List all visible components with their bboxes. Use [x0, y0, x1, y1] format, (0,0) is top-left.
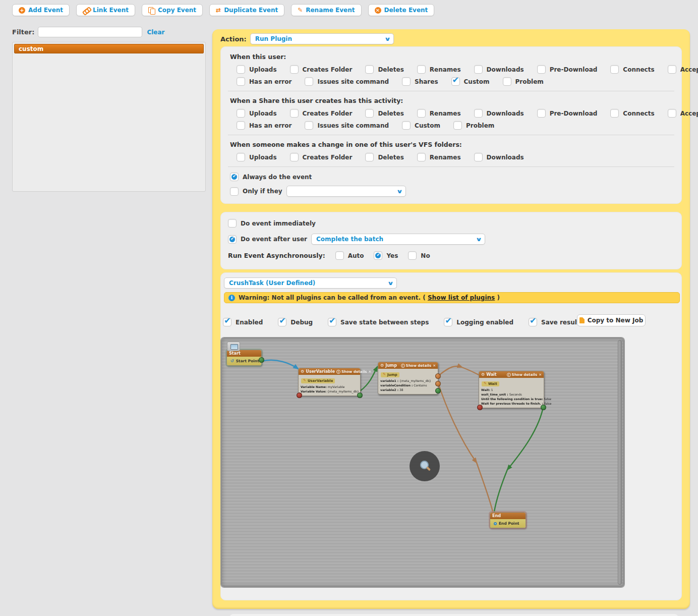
unchecked-checkbox-icon[interactable]: [305, 77, 313, 86]
event-list-item-custom[interactable]: custom: [14, 44, 204, 53]
unchecked-checkbox-icon[interactable]: [417, 65, 426, 74]
show-details-link[interactable]: iShow details: [336, 370, 367, 374]
checkbox-trigger2-renames[interactable]: Renames: [417, 109, 461, 118]
checkbox-trigger1-pre-download[interactable]: Pre-Download: [537, 65, 598, 74]
checkbox-trigger1-problem[interactable]: Problem: [503, 77, 544, 86]
link-event-button[interactable]: Link Event: [76, 4, 135, 16]
flow-node-start[interactable]: Start↺Start Point: [226, 350, 262, 366]
unchecked-checkbox-icon[interactable]: [365, 65, 374, 74]
checkbox-trigger3-creates-folder[interactable]: Creates Folder: [290, 153, 353, 161]
unchecked-checkbox-icon[interactable]: [408, 251, 417, 260]
checkbox-plugin-enabled[interactable]: Enabled: [223, 318, 263, 326]
checkbox-trigger2-downloads[interactable]: Downloads: [474, 109, 524, 118]
checked-checkbox-icon[interactable]: [529, 318, 537, 326]
zoom-magnifier-control[interactable]: [410, 451, 440, 481]
unchecked-checkbox-icon[interactable]: [610, 65, 619, 74]
unchecked-checkbox-icon[interactable]: [237, 121, 245, 130]
clear-filter-link[interactable]: Clear: [147, 29, 164, 36]
close-icon[interactable]: ✕: [433, 364, 436, 368]
event-list[interactable]: custom: [12, 42, 206, 192]
unchecked-checkbox-icon[interactable]: [474, 109, 483, 118]
unchecked-checkbox-icon[interactable]: [305, 121, 313, 130]
close-icon[interactable]: ✕: [368, 370, 371, 374]
flow-canvas[interactable]: Start↺Start Point⚙UserVariableiShow deta…: [221, 338, 624, 587]
green-port[interactable]: [259, 357, 264, 363]
checkbox-trigger2-pre-download[interactable]: Pre-Download: [537, 109, 598, 118]
checkbox-trigger2-connects[interactable]: Connects: [610, 109, 654, 118]
unchecked-checkbox-icon[interactable]: [335, 251, 344, 260]
checkbox-trigger1-renames[interactable]: Renames: [417, 65, 461, 74]
duplicate-event-button[interactable]: ⇄Duplicate Event: [209, 4, 284, 16]
unchecked-checkbox-icon[interactable]: [290, 109, 299, 118]
checkbox-trigger1-connects[interactable]: Connects: [610, 65, 654, 74]
unchecked-checkbox-icon[interactable]: [537, 65, 546, 74]
do-event-immediately-checkbox[interactable]: [228, 219, 237, 228]
node-type-badge[interactable]: ✎UserVariable: [301, 378, 335, 383]
green-port[interactable]: [357, 393, 363, 398]
checked-checkbox-icon[interactable]: [374, 251, 382, 260]
orange-port[interactable]: [435, 373, 441, 379]
flow-node-uservariable[interactable]: ⚙UserVariableiShow details✕✎UserVariable…: [298, 368, 361, 396]
only-if-checkbox[interactable]: [230, 187, 239, 196]
checkbox-trigger1-issues-site-command[interactable]: Issues site command: [305, 77, 389, 86]
checkbox-trigger2-has-an-error[interactable]: Has an error: [237, 121, 292, 130]
checked-checkbox-icon[interactable]: [278, 318, 286, 326]
checkbox-trigger1-shares[interactable]: Shares: [402, 77, 438, 86]
node-type-badge[interactable]: ✎Jump: [381, 372, 399, 377]
copy-event-button[interactable]: Copy Event: [142, 4, 203, 16]
unchecked-checkbox-icon[interactable]: [237, 153, 245, 161]
show-plugin-list-link[interactable]: Show list of plugins: [428, 294, 495, 301]
checkbox-trigger3-downloads[interactable]: Downloads: [474, 153, 524, 161]
red-port[interactable]: [477, 405, 483, 410]
unchecked-checkbox-icon[interactable]: [417, 109, 426, 118]
green-port[interactable]: [541, 405, 546, 410]
copy-to-new-job-button[interactable]: Copy to New Job: [577, 314, 646, 326]
unchecked-checkbox-icon[interactable]: [453, 121, 462, 130]
unchecked-checkbox-icon[interactable]: [417, 153, 426, 161]
checked-checkbox-icon[interactable]: [328, 318, 336, 326]
checkbox-trigger1-creates-folder[interactable]: Creates Folder: [290, 65, 353, 74]
checkbox-trigger2-problem[interactable]: Problem: [453, 121, 494, 130]
node-type-badge[interactable]: ✎Wait: [482, 381, 499, 386]
close-icon[interactable]: ✕: [539, 373, 542, 377]
checkbox-trigger1-deletes[interactable]: Deletes: [365, 65, 403, 74]
orange-port[interactable]: [435, 381, 441, 386]
action-select[interactable]: Run Plugin ∨: [250, 33, 394, 44]
unchecked-checkbox-icon[interactable]: [402, 77, 411, 86]
checked-checkbox-icon[interactable]: [444, 318, 452, 326]
plugin-select[interactable]: CrushTask (User Defined) ∨: [224, 277, 397, 289]
unchecked-checkbox-icon[interactable]: [474, 153, 483, 161]
checkbox-async-no[interactable]: No: [408, 251, 430, 260]
flow-node-end[interactable]: EndEnd Point: [490, 512, 526, 528]
unchecked-checkbox-icon[interactable]: [290, 65, 299, 74]
unchecked-checkbox-icon[interactable]: [402, 121, 411, 130]
checkbox-async-yes[interactable]: Yes: [374, 251, 398, 260]
show-details-link[interactable]: iShow details: [507, 373, 538, 377]
checkbox-plugin-debug[interactable]: Debug: [278, 318, 313, 326]
unchecked-checkbox-icon[interactable]: [503, 77, 511, 86]
unchecked-checkbox-icon[interactable]: [537, 109, 546, 118]
unchecked-checkbox-icon[interactable]: [668, 65, 676, 74]
checkbox-plugin-save-state-between-steps[interactable]: Save state between steps: [328, 318, 429, 326]
rename-event-button[interactable]: ✎Rename Event: [291, 4, 361, 16]
checkbox-trigger2-custom[interactable]: Custom: [402, 121, 440, 130]
do-event-after-user-checkbox[interactable]: [228, 235, 237, 244]
canvas-view-button[interactable]: [227, 342, 240, 351]
checkbox-trigger3-uploads[interactable]: Uploads: [237, 153, 277, 161]
unchecked-checkbox-icon[interactable]: [474, 65, 483, 74]
red-port[interactable]: [297, 393, 302, 398]
checkbox-async-auto[interactable]: Auto: [335, 251, 364, 260]
add-event-button[interactable]: +Add Event: [12, 4, 70, 16]
delete-event-button[interactable]: ✕Delete Event: [368, 4, 435, 16]
unchecked-checkbox-icon[interactable]: [365, 153, 374, 161]
flow-node-jump[interactable]: ⚙JumpiShow details✕✎Jumpvariable1 : {met…: [378, 362, 438, 395]
checkbox-trigger3-deletes[interactable]: Deletes: [365, 153, 403, 161]
unchecked-checkbox-icon[interactable]: [237, 65, 245, 74]
unchecked-checkbox-icon[interactable]: [668, 109, 676, 118]
checkbox-trigger1-downloads[interactable]: Downloads: [474, 65, 524, 74]
checked-checkbox-icon[interactable]: [223, 318, 231, 326]
unchecked-checkbox-icon[interactable]: [237, 77, 245, 86]
always-do-event-checkbox[interactable]: [230, 173, 239, 181]
checkbox-trigger2-issues-site-command[interactable]: Issues site command: [305, 121, 389, 130]
canvas-scrollbar[interactable]: [618, 340, 622, 585]
